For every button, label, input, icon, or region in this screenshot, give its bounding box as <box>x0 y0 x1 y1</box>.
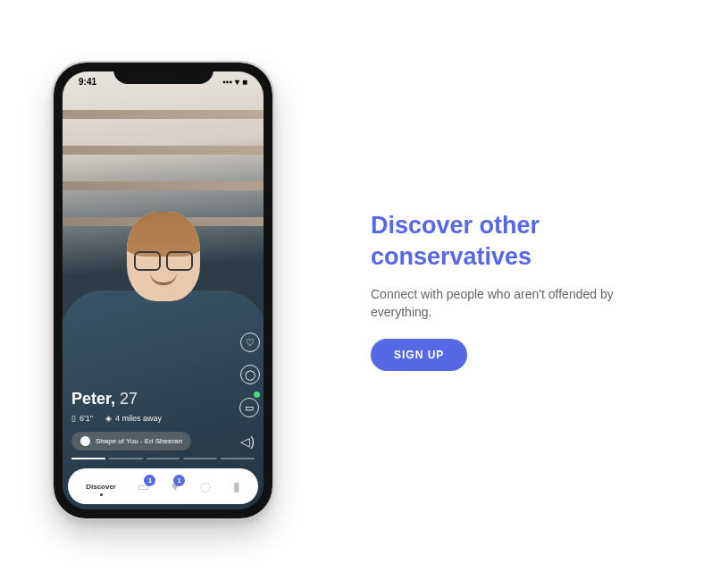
marketing-content: Discover other conservatives Connect wit… <box>371 210 665 372</box>
now-playing[interactable]: Shape of You - Ed Sheeran <box>71 432 191 450</box>
wifi-icon: ▾ <box>235 77 239 87</box>
heart-icon: ♡ <box>246 337 255 349</box>
photo-progress[interactable] <box>71 458 255 459</box>
signup-button[interactable]: SIGN UP <box>371 339 467 371</box>
online-indicator <box>254 392 260 398</box>
distance-value: 4 miles away <box>115 414 162 423</box>
subtitle: Connect with people who aren't offended … <box>371 285 665 322</box>
nav-messages[interactable]: ◌ <box>200 479 211 493</box>
nav-discover-label: Discover <box>86 483 116 491</box>
bottom-nav: Discover ▭ 1 ♥ 1 ◌ ▮ <box>68 468 258 504</box>
nav-stack[interactable]: ▭ 1 <box>138 479 149 493</box>
height-value: 6'1" <box>79 414 93 423</box>
phone-mockup: 9:41 ▪▪▪ ▾ ■ ♡ ◯ <box>54 63 272 518</box>
nav-likes[interactable]: ♥ 1 <box>172 479 179 493</box>
music-row: Shape of You - Ed Sheeran ◁) <box>71 432 255 450</box>
pin-icon: ◈ <box>105 414 112 423</box>
height-stat: ▯ 6'1" <box>71 414 93 423</box>
message-button[interactable]: ◯ <box>240 365 260 384</box>
stack-badge: 1 <box>144 475 155 486</box>
spotify-icon <box>80 436 90 446</box>
signal-icon: ▪▪▪ <box>222 77 232 87</box>
profile-icon: ▮ <box>233 479 240 493</box>
headline: Discover other conservatives <box>371 210 665 273</box>
volume-button[interactable]: ◁) <box>240 434 255 449</box>
messages-icon: ◌ <box>200 479 211 493</box>
nav-discover[interactable]: Discover <box>86 483 116 491</box>
phone-screen: 9:41 ▪▪▪ ▾ ■ ♡ ◯ <box>63 72 264 509</box>
height-icon: ▯ <box>71 414 76 423</box>
likes-badge: 1 <box>173 475 185 486</box>
status-time: 9:41 <box>79 77 96 87</box>
profile-name-row: Peter, 27 <box>71 390 255 408</box>
nav-profile[interactable]: ▮ <box>233 479 240 493</box>
battery-icon: ■ <box>242 77 247 87</box>
status-icons: ▪▪▪ ▾ ■ <box>222 77 247 87</box>
song-title: Shape of You - Ed Sheeran <box>96 437 182 445</box>
profile-name: Peter, <box>71 390 115 408</box>
like-button[interactable]: ♡ <box>240 333 260 352</box>
profile-stats: ▯ 6'1" ◈ 4 miles away <box>71 414 255 423</box>
action-buttons: ♡ ◯ ▭ <box>239 333 260 417</box>
distance-stat: ◈ 4 miles away <box>105 414 162 423</box>
chat-icon: ◯ <box>245 369 255 381</box>
calendar-icon: ▭ <box>245 402 254 414</box>
status-bar: 9:41 ▪▪▪ ▾ ■ <box>63 72 264 88</box>
profile-overlay: ♡ ◯ ▭ Peter, 27 ▯ 6'1" ◈ 4 miles away <box>63 390 264 468</box>
profile-age: 27 <box>120 390 138 408</box>
